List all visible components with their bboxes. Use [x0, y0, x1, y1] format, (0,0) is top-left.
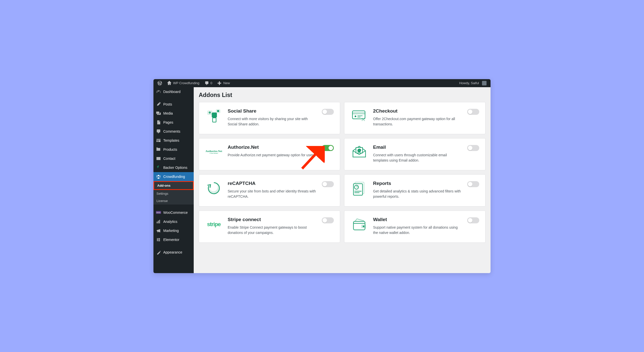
menu-label: Analytics [163, 220, 177, 224]
svg-rect-5 [159, 220, 160, 223]
menu-elementor[interactable]: Elementor [153, 235, 194, 244]
menu-label: Templates [163, 138, 179, 142]
new-content-link[interactable]: New [215, 79, 232, 87]
authorize-net-icon: Authorize.Net A Visa Solution [205, 144, 223, 160]
menu-backer-options[interactable]: Backer Options [153, 163, 194, 172]
menu-label: Comments [163, 129, 180, 133]
account-link[interactable]: Howdy, Saiful [457, 79, 489, 87]
addon-card-2checkout: 2Checkout Offer 2Checkout.com payment ga… [344, 102, 486, 134]
addon-title: reCAPTCHA [228, 181, 317, 186]
menu-label: Posts [163, 102, 172, 106]
addon-title: Reports [373, 181, 462, 186]
svg-rect-8 [158, 239, 160, 240]
svg-rect-24 [353, 184, 363, 195]
menu-label: Backer Options [163, 166, 187, 170]
page-icon [156, 120, 161, 125]
contact-icon [156, 156, 161, 161]
svg-rect-9 [158, 240, 160, 241]
addon-card-social-share: f Social Share Connect with more visitor… [199, 102, 340, 134]
products-icon [156, 147, 161, 152]
svg-text:@: @ [357, 148, 361, 152]
menu-media[interactable]: Media [153, 109, 194, 118]
main-content: Addons List f Social Share Connect with … [194, 87, 491, 273]
svg-rect-17 [352, 113, 365, 114]
menu-woocommerce[interactable]: woo WooCommerce [153, 208, 194, 217]
svg-rect-6 [157, 238, 158, 241]
menu-label: WooCommerce [163, 211, 188, 215]
site-link[interactable]: WP Crowdfunding [165, 79, 202, 87]
addon-desc: Provide Authorize.net payment gateway op… [228, 153, 317, 158]
addon-desc: Connect with users through customizable … [373, 153, 462, 163]
addon-title: Authorize.Net [228, 144, 317, 150]
addon-card-authorize-net: Authorize.Net A Visa Solution Authorize.… [199, 138, 340, 170]
dashboard-icon [156, 89, 161, 94]
svg-point-28 [363, 226, 364, 227]
menu-posts[interactable]: Posts [153, 100, 194, 109]
menu-pages[interactable]: Pages [153, 118, 194, 127]
toggle-email[interactable] [467, 145, 479, 151]
toggle-stripe[interactable] [322, 217, 334, 223]
menu-crowdfunding[interactable]: Crowdfunding [153, 172, 194, 181]
menu-marketing[interactable]: Marketing [153, 226, 194, 235]
svg-rect-7 [158, 238, 160, 239]
comments-link[interactable]: 0 [203, 79, 214, 87]
addon-title: Stripe connect [228, 217, 317, 222]
elementor-icon [156, 237, 161, 242]
svg-rect-16 [352, 111, 365, 119]
addon-desc: Support native payment system for all do… [373, 225, 462, 235]
menu-templates[interactable]: Templates [153, 136, 194, 145]
addon-desc: Enable Stripe Connect payment gateways t… [228, 225, 317, 235]
avatar [482, 81, 487, 85]
toggle-social-share[interactable] [322, 109, 334, 115]
toggle-recaptcha[interactable] [322, 181, 334, 187]
wp-logo[interactable] [155, 79, 164, 87]
svg-point-18 [355, 116, 356, 117]
toggle-2checkout[interactable] [467, 109, 479, 115]
addon-title: 2Checkout [373, 108, 462, 114]
analytics-icon [156, 219, 161, 224]
menu-label: Contact [163, 157, 175, 161]
submenu-settings[interactable]: Settings [153, 190, 194, 197]
reports-icon [350, 181, 368, 196]
svg-rect-3 [157, 222, 157, 223]
home-icon [167, 81, 172, 85]
menu-analytics[interactable]: Analytics [153, 217, 194, 226]
pin-icon [156, 102, 161, 107]
menu-comments[interactable]: Comments [153, 127, 194, 136]
svg-point-2 [159, 176, 160, 177]
menu-dashboard[interactable]: Dashboard [153, 87, 194, 96]
comments-count: 0 [211, 81, 212, 85]
social-share-icon: f [205, 108, 223, 123]
menu-appearance[interactable]: Appearance [153, 248, 194, 257]
admin-bar: WP Crowdfunding 0 New Howdy, Saiful [153, 79, 491, 87]
addon-card-recaptcha: reCAPTCHA Secure your site from bots and… [199, 174, 340, 207]
stripe-icon: stripe [205, 217, 223, 232]
addon-card-reports: Reports Get detailed analytics & stats u… [344, 174, 486, 207]
templates-icon [156, 138, 161, 143]
svg-point-1 [156, 176, 157, 177]
menu-label: Dashboard [163, 90, 181, 94]
admin-menu: Dashboard Posts Media Pages Comments T [153, 87, 194, 273]
menu-products[interactable]: Products [153, 145, 194, 154]
submenu-license[interactable]: License [153, 197, 194, 205]
addon-desc: Secure your site from bots and other ide… [228, 189, 317, 199]
toggle-reports[interactable] [467, 181, 479, 187]
new-label: New [223, 81, 230, 85]
crowdfunding-icon [156, 174, 161, 179]
site-title: WP Crowdfunding [173, 81, 199, 85]
appearance-icon [156, 250, 161, 255]
crowdfunding-submenu: Add-ons Settings License [153, 181, 194, 205]
addon-card-email: @ Email Connect with users through custo… [344, 138, 486, 170]
wordpress-icon [157, 81, 162, 85]
submenu-addons[interactable]: Add-ons [153, 181, 194, 190]
backer-icon [156, 165, 161, 170]
svg-point-14 [217, 110, 219, 112]
toggle-authorize-net[interactable] [322, 145, 334, 151]
email-icon: @ [350, 144, 368, 160]
menu-label: Media [163, 111, 173, 115]
svg-rect-15 [213, 118, 216, 122]
howdy-text: Howdy, Saiful [459, 81, 479, 85]
menu-contact[interactable]: Contact [153, 154, 194, 163]
addon-card-stripe: stripe Stripe connect Enable Stripe Conn… [199, 211, 340, 243]
toggle-wallet[interactable] [467, 217, 479, 223]
